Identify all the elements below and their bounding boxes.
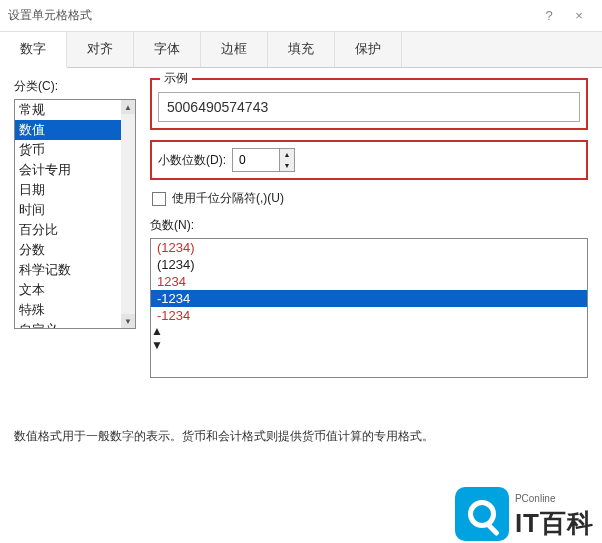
scroll-up-icon[interactable]: ▲ [121,100,135,114]
tab-fill[interactable]: 填充 [268,32,335,67]
list-item[interactable]: 常规 [15,100,135,120]
list-item[interactable]: 时间 [15,200,135,220]
list-item[interactable]: 分数 [15,240,135,260]
category-list[interactable]: 常规 数值 货币 会计专用 日期 时间 百分比 分数 科学记数 文本 特殊 自定… [14,99,136,329]
titlebar: 设置单元格格式 ? × [0,0,602,32]
thousands-label: 使用千位分隔符(,)(U) [172,190,284,207]
category-label: 分类(C): [14,78,136,95]
sample-box: 示例 5006490574743 [150,78,588,130]
tab-number[interactable]: 数字 [0,32,67,68]
decimal-input[interactable] [233,149,279,171]
list-item[interactable]: -1234 [151,290,587,307]
list-item[interactable]: 1234 [151,273,587,290]
list-item[interactable]: (1234) [151,256,587,273]
tab-font[interactable]: 字体 [134,32,201,67]
sample-label: 示例 [160,70,192,87]
list-item[interactable]: 货币 [15,140,135,160]
tab-align[interactable]: 对齐 [67,32,134,67]
thousands-checkbox[interactable] [152,192,166,206]
list-item[interactable]: 会计专用 [15,160,135,180]
negative-label: 负数(N): [150,217,588,234]
tab-protect[interactable]: 保护 [335,32,402,67]
scroll-down-icon[interactable]: ▼ [151,338,587,352]
decimal-spinner[interactable]: ▲ ▼ [232,148,295,172]
scrollbar[interactable]: ▲ ▼ [121,100,135,328]
magnifier-icon [455,487,509,541]
list-item[interactable]: 特殊 [15,300,135,320]
spinner-down-icon[interactable]: ▼ [280,160,294,171]
list-item[interactable]: 自定义 [15,320,135,329]
watermark: PConline IT百科 [455,487,594,541]
tab-bar: 数字 对齐 字体 边框 填充 保护 [0,32,602,68]
scrollbar[interactable]: ▲ ▼ [151,324,587,352]
description-text: 数值格式用于一般数字的表示。货币和会计格式则提供货币值计算的专用格式。 [14,428,588,445]
close-button[interactable]: × [564,8,594,23]
list-item[interactable]: 文本 [15,280,135,300]
tab-border[interactable]: 边框 [201,32,268,67]
spinner-up-icon[interactable]: ▲ [280,149,294,160]
window-title: 设置单元格格式 [8,7,534,24]
sample-value: 5006490574743 [158,92,580,122]
list-item[interactable]: (1234) [151,239,587,256]
scroll-down-icon[interactable]: ▼ [121,314,135,328]
decimal-box: 小数位数(D): ▲ ▼ [150,140,588,180]
thousands-row[interactable]: 使用千位分隔符(,)(U) [152,190,588,207]
content-area: 分类(C): 常规 数值 货币 会计专用 日期 时间 百分比 分数 科学记数 文… [0,68,602,455]
list-item[interactable]: -1234 [151,307,587,324]
list-item[interactable]: 百分比 [15,220,135,240]
watermark-small: PConline [515,493,556,504]
list-item[interactable]: 数值 [15,120,135,140]
watermark-big: IT百科 [515,506,594,541]
negative-list[interactable]: (1234) (1234) 1234 -1234 -1234 ▲ ▼ [150,238,588,378]
list-item[interactable]: 科学记数 [15,260,135,280]
help-button[interactable]: ? [534,8,564,23]
decimal-label: 小数位数(D): [158,152,226,169]
list-item[interactable]: 日期 [15,180,135,200]
scroll-up-icon[interactable]: ▲ [151,324,587,338]
